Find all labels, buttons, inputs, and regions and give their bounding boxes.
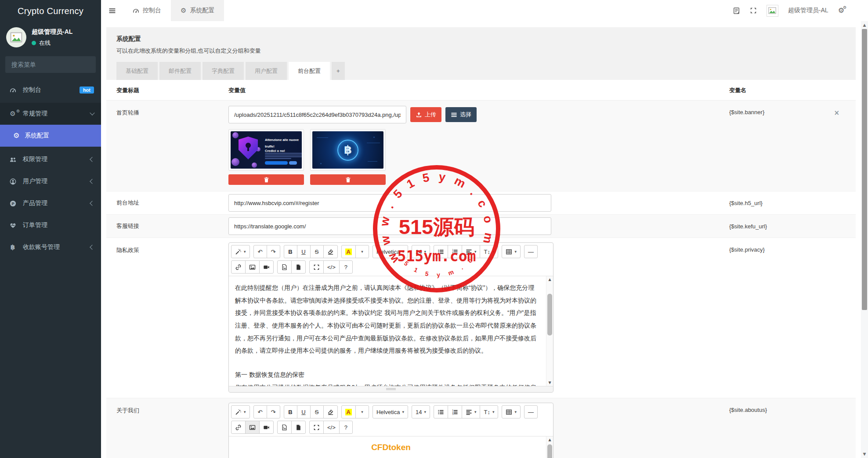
editor-help-button[interactable]: ? [339, 260, 353, 274]
tab-frontend-config[interactable]: 前台配置 [289, 62, 330, 80]
sidebar-item-permission[interactable]: 权限管理 [0, 148, 101, 170]
editor-redo-button[interactable]: ↷ [267, 245, 280, 258]
sidebar-item-product-manage[interactable]: 产品管理 [0, 192, 101, 214]
editor-hr-button[interactable]: — [524, 245, 538, 258]
sidebar-item-payment-account[interactable]: ฿ 收款账号管理 [0, 236, 101, 258]
editor-fullscreen-button[interactable] [309, 260, 324, 274]
editor-help-button[interactable]: ? [339, 421, 353, 434]
editor-bold-button[interactable]: B [284, 245, 297, 258]
menu-search-input[interactable] [11, 61, 92, 69]
editor-fontsize-dropdown[interactable]: 14▾ [412, 405, 430, 418]
banner-thumbnail-2[interactable]: ฿ [310, 129, 386, 171]
page-scrollbar[interactable]: ▲ ▼ [861, 21, 868, 458]
bitcoin-coin-graphic: ฿ [337, 140, 358, 161]
editor-strike-button[interactable]: S [310, 405, 324, 418]
topbar-username[interactable]: 超级管理员-AL [788, 7, 828, 14]
editor-style-button[interactable]: ▾ [231, 245, 250, 258]
scroll-up-arrow[interactable]: ▲ [861, 22, 868, 28]
settings-cogs-icon[interactable]: ⚙⚙ [838, 7, 844, 14]
editor-color-caret-button[interactable]: ▾ [355, 245, 369, 258]
topbar-avatar[interactable] [767, 5, 778, 17]
editor-scrollbar[interactable]: ▲ ▼ [546, 276, 553, 386]
editor-fontname-dropdown[interactable]: Helvetica▾ [373, 245, 408, 258]
editor-eraser-button[interactable] [323, 405, 338, 418]
sidebar-item-order-manage[interactable]: 订单管理 [0, 214, 101, 236]
scroll-down-arrow[interactable]: ▼ [546, 380, 553, 386]
sidebar-item-dashboard[interactable]: 控制台 hot [0, 79, 101, 101]
editor-scrollbar[interactable]: ▲ [546, 436, 553, 458]
editor-link-button[interactable] [231, 421, 246, 434]
editor-paragraph-button[interactable]: ▾ [462, 245, 481, 258]
editor-eraser-button[interactable] [323, 245, 338, 258]
editor-lineheight-button[interactable]: T↕▾ [480, 245, 498, 258]
language-switch-icon[interactable] [733, 7, 740, 14]
kefu-url-input[interactable] [228, 217, 551, 235]
scroll-up-arrow[interactable]: ▲ [546, 277, 553, 282]
tab-dict-config[interactable]: 字典配置 [203, 62, 244, 80]
user-avatar[interactable] [6, 27, 26, 47]
privacy-editor-content[interactable]: 在此特别提醒您（用户）在注册成为用户之前，请认真阅读本《隐私协议》（以下简称“协… [229, 276, 553, 386]
topbar-tab-dashboard[interactable]: 控制台 [123, 0, 171, 21]
close-icon[interactable]: × [834, 109, 839, 117]
editor-attach-image-button[interactable] [277, 421, 292, 434]
aboutus-editor-content[interactable]: CFDtoken ▲ [229, 436, 553, 458]
editor-ol-button[interactable] [448, 245, 462, 258]
fullscreen-icon[interactable] [750, 7, 757, 14]
editor-codeview-button[interactable]: </> [323, 421, 340, 434]
choose-button[interactable]: 选择 [445, 107, 477, 122]
delete-banner-2-button[interactable] [310, 174, 386, 185]
editor-codeview-button[interactable]: </> [323, 260, 340, 274]
scroll-down-arrow[interactable]: ▼ [861, 451, 868, 457]
scrollbar-thumb[interactable] [547, 444, 552, 458]
editor-undo-button[interactable]: ↶ [253, 405, 267, 418]
banner-path-input[interactable] [228, 106, 406, 123]
editor-attach-file-button[interactable] [291, 260, 306, 274]
editor-color-button[interactable]: A [341, 405, 356, 418]
editor-style-button[interactable]: ▾ [231, 405, 250, 418]
banner-thumbnail-1[interactable]: Attenzione alle nuove truffe! Credici o … [228, 129, 304, 171]
editor-strike-button[interactable]: S [310, 245, 324, 258]
h5-url-input[interactable] [228, 194, 551, 212]
delete-banner-1-button[interactable] [228, 174, 304, 185]
upload-button[interactable]: 上传 [410, 107, 441, 122]
editor-underline-button[interactable]: U [297, 405, 311, 418]
tab-user-config[interactable]: 用户配置 [246, 62, 287, 80]
editor-hr-button[interactable]: — [524, 405, 538, 418]
editor-table-button[interactable]: ▾ [502, 405, 521, 418]
editor-ul-button[interactable] [434, 245, 448, 258]
editor-fontname-dropdown[interactable]: Helvetica▾ [373, 405, 408, 418]
editor-underline-button[interactable]: U [297, 245, 311, 258]
editor-attach-image-button[interactable] [277, 260, 292, 274]
editor-fontsize-dropdown[interactable]: 14▾ [412, 245, 430, 258]
editor-fullscreen-button[interactable] [309, 421, 324, 434]
editor-color-caret-button[interactable]: ▾ [355, 405, 369, 418]
editor-bold-button[interactable]: B [284, 405, 297, 418]
editor-undo-button[interactable]: ↶ [253, 245, 267, 258]
editor-ul-button[interactable] [434, 405, 448, 418]
editor-ol-button[interactable] [448, 405, 462, 418]
scrollbar-thumb[interactable] [547, 294, 552, 335]
editor-attach-file-button[interactable] [291, 421, 306, 434]
add-tab-button[interactable]: + [332, 62, 345, 80]
editor-redo-button[interactable]: ↷ [267, 405, 280, 418]
editor-resize-bar[interactable] [229, 386, 553, 392]
topbar-tab-system-config[interactable]: ⚙ 系统配置 [171, 0, 224, 21]
editor-image-button[interactable] [245, 260, 260, 274]
sidebar-item-general-manage[interactable]: ⚙⚙ 常规管理 [0, 103, 101, 125]
editor-table-button[interactable]: ▾ [502, 245, 521, 258]
tab-basic-config[interactable]: 基础配置 [116, 62, 158, 80]
hamburger-menu-button[interactable] [101, 0, 123, 21]
page-title: 系统配置 [116, 35, 846, 43]
editor-video-button[interactable] [259, 260, 274, 274]
tab-mail-config[interactable]: 邮件配置 [159, 62, 201, 80]
scroll-up-arrow[interactable]: ▲ [546, 437, 553, 443]
editor-video-button[interactable] [259, 421, 274, 434]
editor-link-button[interactable] [231, 260, 246, 274]
editor-lineheight-button[interactable]: T↕▾ [480, 405, 498, 418]
editor-image-button[interactable] [245, 421, 260, 434]
sidebar-item-system-config[interactable]: ⚙ 系统配置 [0, 125, 101, 147]
editor-color-button[interactable]: A [341, 245, 356, 258]
editor-paragraph-button[interactable]: ▾ [462, 405, 481, 418]
sidebar-item-user-manage[interactable]: 用户管理 [0, 170, 101, 192]
scrollbar-thumb[interactable] [862, 29, 867, 310]
